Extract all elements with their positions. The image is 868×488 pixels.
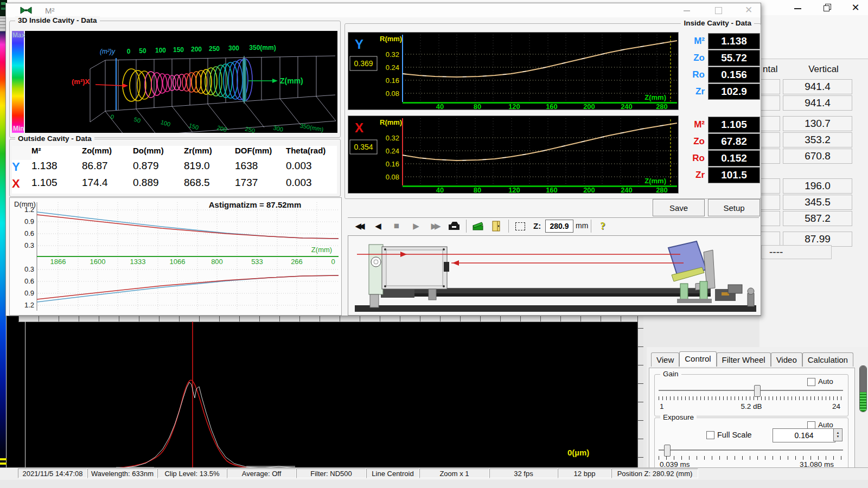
- horizontal-value-clipped: [761, 178, 780, 194]
- horizontal-value-clipped: [761, 95, 780, 111]
- astig-title: Astigmatizm = 87.52mm: [209, 200, 302, 209]
- z-ticks: 4080 120160 200240 280: [436, 102, 668, 110]
- status-bpp: 12 bpp: [558, 468, 611, 478]
- full-scale-checkbox[interactable]: [706, 431, 714, 439]
- svg-text:0.24: 0.24: [386, 63, 399, 72]
- camera-face: [386, 250, 443, 286]
- r-ticks: 0.320.24 0.160.08: [386, 50, 399, 98]
- dialog-titlebar[interactable]: M² ✕: [6, 3, 761, 17]
- fast-forward-button[interactable]: ▶▶: [427, 220, 442, 233]
- exposure-auto-label: Auto: [818, 421, 833, 429]
- z-axis-label: Z(mm): [644, 93, 666, 101]
- main-minimize-button[interactable]: [789, 4, 806, 13]
- status-zoom: Zoom x 1: [419, 468, 489, 478]
- svg-text:800: 800: [211, 258, 223, 266]
- gain-slider-handle[interactable]: [754, 385, 761, 397]
- exposure-input[interactable]: [773, 428, 835, 442]
- x-diameter-curve-top: [37, 215, 339, 239]
- y-zr-label: Zr: [680, 86, 705, 97]
- region-select-button[interactable]: [513, 220, 528, 233]
- svg-text:80: 80: [474, 186, 481, 194]
- svg-text:0.3: 0.3: [24, 265, 34, 273]
- svg-text:160: 160: [546, 186, 558, 194]
- dialog-close-button[interactable]: ✕: [739, 4, 758, 15]
- exposure-slider-handle[interactable]: [664, 445, 671, 457]
- main-close-button[interactable]: ✕: [847, 2, 864, 13]
- z-position-input[interactable]: [545, 220, 573, 233]
- tab-control[interactable]: Control: [679, 351, 716, 367]
- gain-auto-checkbox[interactable]: [807, 378, 815, 386]
- rail-base: [396, 293, 711, 297]
- toolbar-divider: [591, 220, 591, 233]
- svg-text:280: 280: [656, 186, 668, 194]
- stop-button[interactable]: ■: [389, 220, 404, 233]
- exposure-spinner[interactable]: ▲ ▼: [833, 428, 843, 441]
- beam-profile-plot: [18, 322, 637, 471]
- spin-down-icon[interactable]: ▼: [837, 435, 840, 439]
- table-cell: 1737: [235, 177, 286, 194]
- y-caustic-curve: [403, 41, 677, 77]
- record-button[interactable]: [470, 220, 486, 233]
- tab-calculation[interactable]: Calculation: [802, 352, 853, 367]
- full-scale-label: Full Scale: [717, 431, 752, 439]
- spin-up-icon[interactable]: ▲: [837, 431, 840, 435]
- tab-view[interactable]: View: [651, 352, 679, 367]
- status-wavelength: Wavelength: 633nm: [87, 468, 157, 478]
- col-header: Zr(mm): [184, 146, 235, 160]
- svg-text:240: 240: [621, 102, 633, 110]
- svg-text:0.6: 0.6: [24, 229, 34, 237]
- r-axis-label: R(mm): [380, 35, 402, 43]
- bg-panel-top: [760, 15, 868, 59]
- status-fps: 32 fps: [489, 468, 558, 478]
- svg-text:150: 150: [188, 122, 200, 131]
- status-centroid: Line Centroid: [366, 468, 419, 478]
- dialog-minimize-button[interactable]: [678, 7, 696, 15]
- gain-slider-track[interactable]: [659, 390, 843, 391]
- y-diameter-curve-top: [37, 212, 339, 239]
- row-label-x: X: [12, 177, 31, 194]
- table-cell: 174.4: [82, 177, 133, 194]
- tab-filter-wheel[interactable]: Filter Wheel: [717, 352, 771, 367]
- inside-cavity-y-chart: Y R(mm) 0.369 0.320.24 0.160.08 4080 120…: [348, 32, 679, 110]
- x-chart-label: X: [355, 120, 363, 135]
- minimize-icon: [684, 10, 690, 11]
- tab-video[interactable]: Video: [771, 352, 802, 367]
- caustic-3d-plot: 050 100150 200250 300350(mm) 0 50 100 15…: [25, 31, 337, 133]
- gain-value-label: 5.2 dB: [722, 402, 781, 410]
- cavity3d-title: 3D Inside Cavity - Data: [15, 16, 100, 24]
- end-block: [728, 285, 742, 293]
- x-diameter-curve-bottom: [37, 275, 339, 299]
- exit-button[interactable]: [489, 220, 504, 233]
- minimize-icon: [794, 8, 801, 9]
- status-filter: Filter: ND500: [296, 468, 366, 478]
- svg-text:1.2: 1.2: [24, 301, 34, 309]
- main-restore-button[interactable]: [819, 3, 835, 14]
- d-ticks: 1.20.9 0.60.3 0.30.6 0.91.2: [24, 206, 34, 309]
- svg-text:80: 80: [474, 102, 481, 110]
- play-button[interactable]: ▶: [409, 220, 424, 233]
- y-axis-label: (m²)y: [100, 48, 116, 55]
- save-button[interactable]: Save: [653, 199, 705, 216]
- astigmatism-chart-panel: D(mm) 1.20.9 0.60.3 0.30.6 0.91.2 186616…: [9, 197, 342, 316]
- horizontal-value-clipped: [761, 211, 780, 226]
- exposure-slider-track[interactable]: [659, 450, 843, 451]
- svg-text:1333: 1333: [130, 258, 146, 266]
- setup-button[interactable]: Setup: [708, 199, 760, 216]
- y-chart-label: Y: [355, 37, 363, 52]
- outside-cavity-table: M² Zo(mm) Do(mm) Zr(mm) DOF(mm) Theta(ra…: [12, 146, 337, 194]
- dialog-maximize-button[interactable]: [709, 5, 727, 15]
- snapshot-button[interactable]: [446, 220, 462, 233]
- vertical-value: 196.0: [783, 178, 852, 194]
- rewind-button[interactable]: ◀◀: [351, 220, 366, 233]
- svg-text:0.16: 0.16: [386, 76, 399, 85]
- dialog-title: M²: [45, 6, 55, 15]
- restore-icon-front: [824, 5, 829, 11]
- cavity3d-group: 3D Inside Cavity - Data Max Min: [9, 21, 341, 138]
- step-back-button[interactable]: ◀: [371, 220, 386, 233]
- profile-origin-label: 0(µm): [567, 448, 589, 457]
- z-ticks: 4080 120160 200240 280: [436, 186, 668, 194]
- help-button[interactable]: ?: [595, 220, 610, 233]
- maximize-icon: [715, 7, 722, 14]
- svg-text:40: 40: [436, 102, 444, 110]
- svg-text:250: 250: [245, 125, 256, 133]
